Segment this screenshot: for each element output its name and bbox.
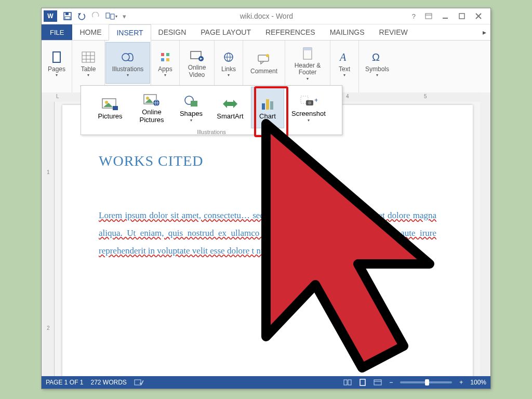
- pages-button[interactable]: Pages▾: [43, 42, 71, 84]
- touch-mode-icon[interactable]: ▾: [105, 12, 117, 20]
- tab-home[interactable]: HOME: [72, 24, 109, 40]
- illustrations-label: Illustrations: [112, 66, 144, 73]
- status-page[interactable]: PAGE 1 OF 1: [46, 379, 83, 386]
- read-mode-icon[interactable]: [343, 379, 352, 385]
- illustrations-button[interactable]: Illustrations▾: [105, 42, 150, 84]
- svg-point-44: [146, 97, 149, 100]
- tab-page-layout[interactable]: PAGE LAYOUT: [193, 24, 258, 40]
- shapes-button[interactable]: Shapes▾: [173, 87, 209, 128]
- links-button[interactable]: Links▾: [215, 42, 243, 84]
- svg-rect-22: [166, 58, 169, 61]
- svg-rect-5: [425, 14, 432, 19]
- symbols-button[interactable]: ΩSymbols▾: [363, 42, 391, 84]
- online-video-label: Online Video: [188, 64, 206, 79]
- undo-icon[interactable]: [77, 12, 86, 20]
- word-app-icon: W: [44, 10, 57, 22]
- apps-label: Apps: [158, 66, 172, 73]
- illustrations-dropdown: Pictures Online Pictures Shapes▾ SmartAr…: [81, 85, 342, 135]
- spellcheck-icon[interactable]: [134, 379, 143, 386]
- online-pictures-label: Online Pictures: [140, 109, 164, 124]
- tab-review[interactable]: REVIEW: [372, 24, 415, 40]
- minimize-button[interactable]: [442, 12, 449, 20]
- header-footer-icon: [302, 45, 313, 62]
- apps-icon: [160, 48, 170, 66]
- tab-file[interactable]: FILE: [42, 24, 72, 40]
- status-words[interactable]: 272 WORDS: [90, 379, 126, 386]
- smartart-label: SmartArt: [217, 113, 243, 121]
- zoom-in-button[interactable]: +: [459, 379, 463, 386]
- chart-icon: [260, 95, 275, 113]
- svg-rect-50: [262, 103, 265, 110]
- header-footer-button[interactable]: Header & Footer▾: [292, 42, 323, 84]
- svg-rect-31: [303, 48, 312, 50]
- tab-mailings[interactable]: MAILINGS: [323, 24, 372, 40]
- zoom-slider[interactable]: [400, 381, 452, 383]
- comment-button[interactable]: Comment: [248, 42, 280, 84]
- illustrations-icon: [121, 48, 135, 66]
- zoom-level[interactable]: 100%: [470, 379, 486, 386]
- screenshot-label: Screenshot: [291, 110, 326, 118]
- title-bar: W ▾ ▾ wiki.docx - Word ?: [42, 8, 490, 24]
- links-label: Links: [221, 66, 236, 73]
- table-button[interactable]: Table▾: [74, 42, 102, 84]
- online-video-button[interactable]: Online Video: [183, 42, 211, 84]
- pages-label: Pages: [48, 66, 65, 73]
- app-window: W ▾ ▾ wiki.docx - Word ? FILE HOME INSER…: [42, 8, 490, 389]
- text-button[interactable]: AText▾: [330, 42, 358, 84]
- close-button[interactable]: [475, 12, 482, 20]
- tab-references[interactable]: REFERENCES: [258, 24, 323, 40]
- svg-rect-51: [266, 99, 269, 110]
- print-layout-icon[interactable]: [359, 379, 366, 386]
- ribbon-display-icon[interactable]: [425, 13, 432, 19]
- online-pictures-button[interactable]: Online Pictures: [130, 87, 173, 128]
- illustrations-group-label: Illustrations: [197, 128, 226, 137]
- table-icon: [82, 48, 95, 66]
- svg-rect-13: [82, 52, 95, 62]
- svg-rect-37: [360, 379, 365, 385]
- maximize-button[interactable]: [458, 12, 466, 20]
- tab-insert[interactable]: INSERT: [109, 24, 151, 41]
- qat-expand-icon[interactable]: ▾: [123, 12, 126, 20]
- svg-rect-20: [166, 53, 169, 56]
- svg-text:A: A: [339, 51, 347, 63]
- shapes-label: Shapes: [180, 110, 203, 118]
- svg-rect-42: [113, 106, 118, 110]
- table-label: Table: [81, 66, 96, 73]
- svg-rect-34: [135, 380, 141, 385]
- screenshot-button[interactable]: +Screenshot▾: [284, 87, 333, 128]
- smartart-button[interactable]: SmartArt: [209, 87, 251, 128]
- redo-icon[interactable]: [91, 12, 100, 20]
- links-icon: [222, 48, 235, 66]
- pictures-label: Pictures: [98, 113, 123, 121]
- status-bar: PAGE 1 OF 1 272 WORDS − + 100%: [42, 376, 490, 389]
- svg-rect-21: [161, 58, 164, 61]
- help-button[interactable]: ?: [412, 12, 416, 20]
- pages-icon: [51, 48, 62, 66]
- window-control-buttons: ?: [404, 12, 490, 20]
- page-viewport[interactable]: WORKS CITED Lorem ipsum dolor sit amet, …: [55, 102, 480, 376]
- pictures-button[interactable]: Pictures: [90, 87, 130, 128]
- svg-rect-19: [161, 53, 164, 56]
- chart-button[interactable]: Chart: [251, 87, 284, 128]
- apps-button[interactable]: Apps▾: [151, 42, 179, 84]
- svg-rect-8: [459, 14, 464, 19]
- tab-design[interactable]: DESIGN: [151, 24, 194, 40]
- window-title: wiki.docx - Word: [129, 12, 404, 20]
- quick-access-toolbar: ▾ ▾: [60, 12, 129, 20]
- heading-works-cited[interactable]: WORKS CITED: [99, 147, 436, 176]
- document-page[interactable]: WORKS CITED Lorem ipsum dolor sit amet, …: [62, 105, 473, 376]
- zoom-out-button[interactable]: −: [389, 379, 393, 386]
- web-layout-icon[interactable]: [374, 379, 382, 385]
- svg-text:+: +: [314, 96, 317, 104]
- svg-rect-38: [374, 380, 381, 385]
- svg-point-18: [122, 54, 129, 61]
- header-footer-label: Header & Footer: [295, 62, 321, 77]
- vertical-ruler[interactable]: 1 2: [45, 102, 55, 376]
- body-text[interactable]: Lorem ipsum dolor sit amet, consectetu… …: [99, 207, 436, 260]
- save-icon[interactable]: [63, 12, 72, 20]
- svg-rect-12: [54, 52, 60, 62]
- svg-rect-49: [191, 101, 197, 107]
- online-video-icon: [190, 47, 204, 64]
- tab-overflow-icon[interactable]: ▸: [478, 24, 490, 40]
- comment-label: Comment: [250, 68, 277, 75]
